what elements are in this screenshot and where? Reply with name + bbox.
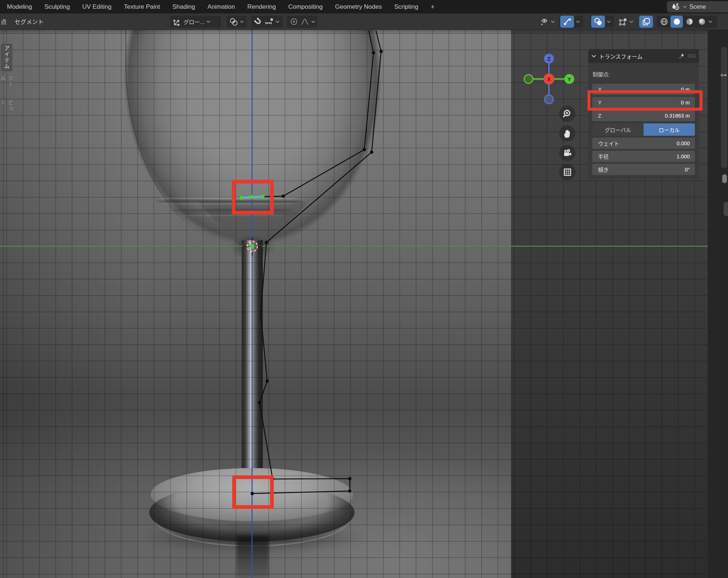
- proportional-editing-controls[interactable]: [287, 16, 317, 28]
- panel-header[interactable]: トランスフォーム: [588, 49, 699, 63]
- chevron-down-icon: [551, 20, 555, 23]
- workspace-tab-texture-paint[interactable]: Texture Paint: [124, 3, 160, 11]
- xray-toggle[interactable]: [639, 16, 653, 28]
- viewport-header: 点 セグメント グロー...: [0, 13, 728, 30]
- gizmo-icon: [563, 17, 572, 26]
- sidebar-transform-panel: トランスフォーム 制御点: X 0 m Y 0 m Z: [588, 49, 699, 179]
- control-point-section-label: 制御点:: [593, 70, 610, 78]
- workspace-tab-rendering[interactable]: Rendering: [248, 3, 276, 11]
- scrollbar-thumb[interactable]: [722, 174, 727, 183]
- show-overlays-toggle[interactable]: [591, 16, 605, 28]
- shading-wireframe-button[interactable]: [658, 16, 670, 28]
- workspace-tab-scripting[interactable]: Scripting: [394, 3, 418, 11]
- camera-view-button[interactable]: [559, 145, 575, 161]
- overlays-controls[interactable]: [590, 16, 614, 28]
- gizmo-neg-y-ball[interactable]: [524, 75, 533, 83]
- right-editor-scroll-area: [721, 47, 727, 168]
- select-visibility-dropdown[interactable]: [616, 16, 637, 28]
- local-option[interactable]: ローカル: [644, 123, 695, 136]
- right-editor-edge: [708, 30, 728, 578]
- pan-hand-icon: [562, 128, 573, 139]
- object-visibility-icon: [540, 17, 549, 26]
- chevron-down-icon: [311, 20, 315, 23]
- proportional-editing-icon: [289, 17, 298, 26]
- workspace-tab-compositing[interactable]: Compositing: [288, 3, 323, 11]
- zoom-icon: [562, 108, 573, 119]
- chevron-down-icon: [629, 20, 633, 23]
- sidebar-tab-tool[interactable]: ツール: [1, 75, 12, 93]
- grid-ortho-icon: [562, 167, 573, 178]
- gizmo-x-label: X: [547, 76, 551, 82]
- radius-field[interactable]: 半径 1.000: [592, 151, 695, 162]
- snap-magnet-icon: [252, 15, 265, 28]
- gizmo-neg-z-ball[interactable]: [545, 95, 553, 104]
- gizmo-z-label: Z: [547, 56, 550, 62]
- cut-off-panel-icon: [721, 72, 727, 79]
- gizmo-y-label: Y: [567, 76, 571, 82]
- navigation-gizmo[interactable]: Z Y X: [521, 51, 577, 107]
- select-visibility-icon: [618, 17, 628, 26]
- workspace-tab-shading[interactable]: Shading: [173, 3, 195, 11]
- chevron-down-icon: [683, 5, 687, 8]
- x-coordinate-field[interactable]: X 0 m: [592, 84, 695, 95]
- global-local-toggle: グローバル ローカル: [592, 123, 695, 136]
- weight-field[interactable]: ウェイト 0.000: [592, 138, 695, 149]
- workspace-tab-uv-editing[interactable]: UV Editing: [82, 3, 111, 11]
- workspace-tab-modeling[interactable]: Modeling: [7, 3, 32, 11]
- object-visibility-dropdown[interactable]: [537, 16, 558, 28]
- chevron-down-icon: [276, 20, 280, 23]
- chevron-down-icon: [240, 20, 244, 23]
- pivot-point-dropdown[interactable]: [226, 16, 246, 28]
- workspace-tabbar: Modeling Sculpting UV Editing Texture Pa…: [0, 0, 728, 13]
- grip-dots-icon[interactable]: [688, 54, 696, 58]
- pin-icon[interactable]: [677, 52, 685, 60]
- collapse-chevron-icon: [592, 55, 596, 58]
- menu-control-points[interactable]: 点: [1, 13, 7, 29]
- chevron-down-icon: [206, 20, 210, 23]
- shading-rendered-icon: [697, 17, 707, 26]
- workspace-tab-animation[interactable]: Animation: [207, 3, 235, 11]
- snapping-controls[interactable]: [251, 16, 283, 28]
- camera-view-icon: [562, 148, 573, 159]
- blender-window: Modeling Sculpting UV Editing Texture Pa…: [0, 0, 728, 578]
- add-workspace-button[interactable]: +: [431, 3, 435, 11]
- show-gizmo-toggle[interactable]: [560, 16, 574, 28]
- sidebar-tab-item[interactable]: アイテム: [1, 44, 12, 71]
- global-option[interactable]: グローバル: [592, 123, 644, 136]
- scene-icon: [671, 2, 680, 11]
- zoom-button[interactable]: [559, 106, 575, 122]
- chevron-down-icon: [576, 20, 580, 23]
- shading-rendered-button[interactable]: [696, 16, 708, 28]
- shading-solid-icon: [672, 17, 681, 26]
- menu-segment[interactable]: セグメント: [15, 13, 44, 29]
- pivot-point-icon: [229, 17, 238, 26]
- y-axis-line: [0, 246, 708, 247]
- chevron-down-icon: [708, 20, 712, 23]
- shading-wireframe-icon: [660, 17, 669, 26]
- pan-button[interactable]: [559, 125, 575, 142]
- shading-material-button[interactable]: [684, 16, 695, 28]
- y-coordinate-field[interactable]: Y 0 m: [592, 97, 695, 108]
- orthographic-toggle-button[interactable]: [559, 164, 575, 180]
- transform-orientation-dropdown[interactable]: グロー...: [170, 16, 221, 28]
- panel-title: トランスフォーム: [599, 52, 674, 60]
- sidebar-tab-view[interactable]: ビュー: [1, 100, 12, 116]
- orientation-label: グロー...: [183, 18, 205, 25]
- tilt-field[interactable]: 傾き 0°: [592, 164, 695, 175]
- workspace-tab-geometry-nodes[interactable]: Geometry Nodes: [335, 3, 382, 11]
- gizmo-controls[interactable]: [559, 16, 583, 28]
- shading-material-icon: [685, 17, 694, 26]
- proportional-falloff-icon: [300, 17, 309, 26]
- transform-orientation-icon: [173, 17, 182, 26]
- scene-selector[interactable]: Scene: [667, 1, 728, 12]
- panel-body: 制御点: X 0 m Y 0 m Z 0.31863 m グローバル ローカル …: [588, 63, 699, 179]
- xray-icon: [642, 17, 651, 26]
- scene-name: Scene: [689, 4, 706, 10]
- shading-solid-button[interactable]: [670, 16, 683, 28]
- header-shadow: [0, 30, 728, 34]
- z-axis-line: [252, 30, 253, 578]
- z-coordinate-field[interactable]: Z 0.31863 m: [592, 110, 695, 121]
- overlays-icon: [594, 17, 603, 26]
- workspace-tab-sculpting[interactable]: Sculpting: [44, 3, 70, 11]
- shading-mode-group: [657, 16, 717, 28]
